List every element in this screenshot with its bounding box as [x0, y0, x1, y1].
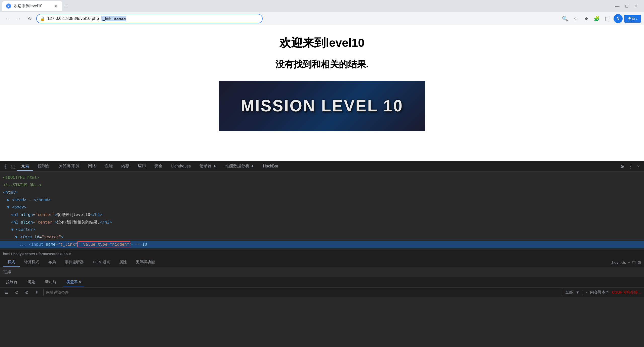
breadcrumb-sep-4: > [60, 252, 62, 256]
devtools-element-toggle[interactable]: ⬚ [10, 163, 17, 170]
style-tab-layout[interactable]: 布局 [44, 258, 60, 267]
breadcrumb-center[interactable]: center [25, 252, 35, 256]
tree-h2: <h2 align="center">没有找到和相关的结果.</h2> [0, 219, 644, 226]
hov-toggle[interactable]: :hov [611, 260, 618, 265]
bottom-tab-new-features[interactable]: 新功能 [42, 278, 59, 286]
search-icon[interactable]: 🔍 [561, 14, 570, 23]
active-tab[interactable]: ● 欢迎来到level10 × [2, 1, 62, 11]
page-subtitle: 没有找到和相关的结果. [275, 58, 369, 71]
style-tab-computed[interactable]: 计算样式 [20, 258, 44, 267]
html-tree: <!DOCTYPE html> <!--STATUS OK--> <html> … [0, 172, 644, 250]
style-tab-dom-breakpoints[interactable]: DOM 断点 [88, 258, 115, 267]
lock-icon: 🔒 [40, 16, 45, 21]
bottom-tab-coverage[interactable]: 覆盖率 × [63, 278, 84, 286]
download-icon[interactable]: ⬇ [33, 289, 40, 296]
refresh-button[interactable]: ↻ [25, 14, 34, 23]
url-filter-input[interactable] [43, 289, 562, 296]
maximize-button[interactable]: □ [624, 3, 630, 10]
devtools-settings-icon[interactable]: ⚙ [619, 163, 626, 170]
style-tab-event-listeners[interactable]: 事件监听器 [60, 258, 88, 267]
breadcrumb-body[interactable]: body [13, 252, 22, 256]
tab-recorder[interactable]: 记录器 ▲ [195, 162, 221, 171]
tab-favicon: ● [6, 4, 11, 9]
devtools-collapse-icon[interactable]: ⟪ [2, 163, 9, 170]
dropdown-arrow[interactable]: ▼ [576, 290, 580, 294]
devtools-toolbar-right: ⚙ ⋮ × [619, 163, 642, 170]
address-bar: ← → ↻ 🔒 127.0.0.1:8088/level10.phpt_link… [0, 12, 644, 25]
close-button[interactable]: × [632, 3, 639, 10]
tab-title: 欢迎来到level10 [14, 4, 51, 9]
mission-text: MISSION LEVEL 10 [241, 97, 403, 115]
computed-sidebar-icon[interactable]: ⊡ [638, 260, 641, 265]
tree-input-t-link[interactable]: ... <input name="t_link"" value type="hi… [0, 241, 644, 248]
style-tab-styles[interactable]: 样式 [3, 258, 20, 267]
cls-toggle[interactable]: .cls [620, 260, 626, 265]
breadcrumb-form[interactable]: form#search [38, 252, 59, 256]
breadcrumb-html[interactable]: html [3, 252, 10, 256]
mission-image: MISSION LEVEL 10 [219, 81, 425, 131]
bottom-tab-console[interactable]: 控制台 [3, 278, 20, 286]
breadcrumb-input[interactable]: input [63, 252, 71, 256]
star-icon[interactable]: ★ [582, 14, 591, 23]
style-tab-accessibility[interactable]: 无障碍功能 [131, 258, 159, 267]
url-query: t_link=aaaaa [101, 16, 126, 21]
tree-center[interactable]: ▼ <center> [0, 226, 644, 233]
all-option[interactable]: 全部 [565, 290, 573, 295]
tree-h1: <h1 align="center">欢迎来到level10</h1> [0, 211, 644, 219]
devtools-detach-icon[interactable]: × [635, 163, 642, 170]
status-bar: ☰ ⊙ ⊘ ⬇ 全部 ▼ ✓ 内容脚本本 CSDN ©余存储... [0, 287, 644, 297]
devtools-more-icon[interactable]: ⋮ [627, 163, 634, 170]
tab-application[interactable]: 应用 [134, 162, 150, 171]
tab-elements[interactable]: 元素 [17, 162, 33, 171]
tree-status-comment: <!--STATUS OK--> [0, 181, 644, 189]
back-button[interactable]: ← [3, 14, 12, 23]
url-base: 127.0.0.1:8088/level10.php [47, 16, 99, 21]
tab-memory[interactable]: 内存 [117, 162, 133, 171]
tab-bar: ● 欢迎来到level10 × + — □ × [0, 0, 644, 12]
breadcrumb-sep-3: > [36, 252, 38, 256]
menu-icon[interactable]: ☰ [3, 289, 10, 296]
tab-perf-insights[interactable]: 性能数据分析 ▲ [221, 162, 258, 171]
content-script-checkbox[interactable]: ✓ 内容脚本本 [586, 290, 609, 295]
tree-body[interactable]: ▼ <body> [0, 203, 644, 211]
tab-network[interactable]: 网络 [84, 162, 100, 171]
tree-head[interactable]: ▶ <head> … </head> [0, 196, 644, 204]
tab-performance[interactable]: 性能 [101, 162, 117, 171]
filter-bar: 过滤 [0, 267, 644, 277]
filter-input[interactable] [13, 270, 641, 274]
tab-console[interactable]: 控制台 [34, 162, 54, 171]
url-bar[interactable]: 🔒 127.0.0.1:8088/level10.phpt_link=aaaaa [36, 14, 263, 23]
bottom-tab-issues[interactable]: 问题 [24, 278, 38, 286]
tab-hackbar[interactable]: HackBar [259, 162, 282, 170]
breadcrumb-sep-1: > [11, 252, 13, 256]
new-tab-button[interactable]: + [62, 2, 71, 11]
tree-html[interactable]: <html> [0, 189, 644, 196]
tab-close-button[interactable]: × [53, 4, 58, 9]
tab-lighthouse[interactable]: Lighthouse [167, 162, 195, 170]
breadcrumb-sep-2: > [22, 252, 24, 256]
style-tab-properties[interactable]: 属性 [115, 258, 131, 267]
tab-sources[interactable]: 源代码/来源 [54, 162, 84, 171]
new-style-rule-icon[interactable]: ⬚ [632, 260, 636, 265]
record-icon[interactable]: ⊙ [13, 289, 20, 296]
tree-form[interactable]: ▼ <form id="search"> [0, 233, 644, 241]
forward-button[interactable]: → [14, 14, 23, 23]
breadcrumb-bar: html > body > center > form#search > inp… [0, 250, 644, 258]
devtools-tab-bar: ⟪ ⬚ 元素 控制台 源代码/来源 网络 性能 内存 应用 安全 Lightho… [0, 161, 644, 172]
bottom-bar: 控制台 问题 新功能 覆盖率 × [0, 277, 644, 287]
status-right: 全部 ▼ ✓ 内容脚本本 CSDN ©余存储... [565, 290, 641, 295]
extensions-icon[interactable]: 🧩 [592, 14, 601, 23]
tree-doctype: <!DOCTYPE html> [0, 174, 644, 181]
tab-security[interactable]: 安全 [150, 162, 167, 171]
profile-icon[interactable]: N [614, 14, 623, 23]
page-title: 欢迎来到level10 [279, 35, 364, 51]
stop-icon[interactable]: ⊘ [23, 289, 30, 296]
minimize-button[interactable]: — [613, 3, 622, 10]
bookmark-icon[interactable]: ☆ [571, 14, 580, 23]
update-button[interactable]: 更新 › [624, 15, 641, 23]
filter-label: 过滤 [3, 269, 11, 275]
profile-menu-icon[interactable]: ⬚ [603, 14, 612, 23]
add-style-rule[interactable]: + [628, 260, 630, 265]
styles-tabs: 样式 计算样式 布局 事件监听器 DOM 断点 属性 无障碍功能 :hov .c… [0, 258, 644, 267]
style-tab-right: :hov .cls + ⬚ ⊡ [611, 260, 641, 265]
